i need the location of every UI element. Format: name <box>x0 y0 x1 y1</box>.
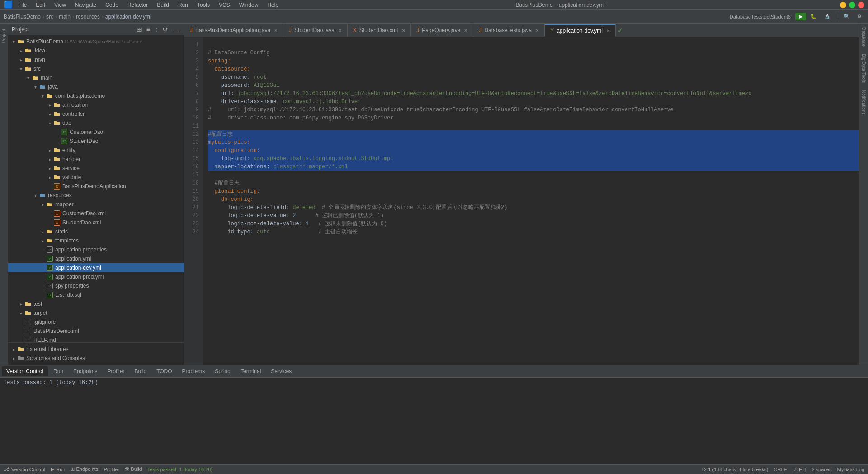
tree-item-BatisPlusDemoApplication[interactable]: CBatisPlusDemoApplication <box>8 182 184 191</box>
tree-item-BatisPlusDemo[interactable]: ▾BatisPlusDemo D:\WebWorkSpace\BatisPlus… <box>8 37 184 46</box>
bottom-tab-endpoints[interactable]: Endpoints <box>69 366 102 376</box>
minimize-button[interactable] <box>840 2 846 8</box>
tree-item-com.batis.plus.demo[interactable]: ▾com.batis.plus.demo <box>8 91 184 100</box>
code-area[interactable]: # DataSource Configspring: datasource: u… <box>203 37 859 365</box>
right-tool-bigdata[interactable]: Big Data Tools <box>860 50 867 86</box>
tree-item-entity[interactable]: ▸entity <box>8 146 184 155</box>
tree-item-target[interactable]: ▸target <box>8 308 184 318</box>
tree-arrow-entity[interactable]: ▸ <box>46 148 53 153</box>
tab-close-StudentDao.java[interactable]: ✕ <box>338 28 342 33</box>
menu-navigate[interactable]: Navigate <box>73 1 98 9</box>
breadcrumb-file[interactable]: application-dev.yml <box>105 14 151 20</box>
menu-window[interactable]: Window <box>237 1 260 9</box>
tree-item-resources[interactable]: ▾resources <box>8 191 184 200</box>
coverage-button[interactable]: 🔬 <box>821 13 833 20</box>
tree-item-test[interactable]: ▸test <box>8 299 184 308</box>
tree-item-controller[interactable]: ▸controller <box>8 109 184 118</box>
menu-refactor[interactable]: Refactor <box>126 1 150 9</box>
menu-help[interactable]: Help <box>265 1 280 9</box>
run-button[interactable]: ▶ <box>795 13 806 20</box>
project-tool-sync[interactable]: ⊞ <box>135 26 143 33</box>
status-endpoints[interactable]: ⊞ Endpoints <box>71 466 98 472</box>
breadcrumb-project[interactable]: BatisPlusDemo <box>4 14 41 20</box>
settings-button[interactable]: ⚙ <box>854 13 864 20</box>
tree-arrow-dao[interactable]: ▾ <box>46 121 53 126</box>
project-tool-sort[interactable]: ↕ <box>153 26 159 33</box>
maximize-button[interactable] <box>849 2 855 8</box>
tree-arrow-mvn[interactable]: ▸ <box>17 57 24 62</box>
tree-item-HELP.md[interactable]: fHELP.md <box>8 336 184 342</box>
tree-item-CustomerDao.xml[interactable]: XCustomerDao.xml <box>8 209 184 218</box>
search-button[interactable]: 🔍 <box>841 13 853 20</box>
tab-close-StudentDao.xml[interactable]: ✕ <box>401 28 405 33</box>
tree-item-application-prod.yml[interactable]: Yapplication-prod.yml <box>8 272 184 281</box>
tree-item-external-libraries[interactable]: ▸ External Libraries <box>8 345 184 354</box>
breadcrumb-src[interactable]: src <box>46 14 53 20</box>
tree-item-handler[interactable]: ▸handler <box>8 155 184 164</box>
tree-arrow-src[interactable]: ▾ <box>17 66 24 71</box>
project-tool-list[interactable]: ≡ <box>145 26 151 33</box>
tree-item-StudentDao.xml[interactable]: XStudentDao.xml <box>8 218 184 227</box>
tree-arrow-handler[interactable]: ▸ <box>46 157 53 162</box>
tree-arrow-com.batis.plus.demo[interactable]: ▾ <box>39 94 46 99</box>
project-tool-settings[interactable]: ⚙ <box>161 26 170 33</box>
tree-item-application.yml[interactable]: Yapplication.yml <box>8 254 184 263</box>
menu-edit[interactable]: Edit <box>34 1 47 9</box>
tree-item-static[interactable]: ▸static <box>8 227 184 236</box>
tree-arrow-BatisPlusDemo[interactable]: ▾ <box>10 39 17 44</box>
bottom-tab-services[interactable]: Services <box>266 366 296 376</box>
menu-run[interactable]: Run <box>176 1 190 9</box>
tree-arrow-target[interactable]: ▸ <box>17 311 24 316</box>
bottom-tab-todo[interactable]: TODO <box>152 366 176 376</box>
tree-item-annotation[interactable]: ▸annotation <box>8 100 184 109</box>
tree-arrow-java[interactable]: ▾ <box>32 85 39 90</box>
menu-build[interactable]: Build <box>155 1 171 9</box>
menu-vcs[interactable]: VCS <box>217 1 232 9</box>
tree-arrow-validate[interactable]: ▸ <box>46 175 53 180</box>
tree-item-service[interactable]: ▸service <box>8 164 184 173</box>
status-build[interactable]: ⚒ Build <box>125 466 142 472</box>
tree-arrow-mapper[interactable]: ▾ <box>39 202 46 207</box>
tree-item-scratches-and-consoles[interactable]: ▸ Scratches and Consoles <box>8 354 184 363</box>
status-position[interactable]: 12:1 (138 chars, 4 line breaks) <box>701 467 769 472</box>
tree-item-idea[interactable]: ▸.idea <box>8 46 184 55</box>
tree-arrow-main[interactable]: ▾ <box>24 76 32 81</box>
bottom-tab-terminal[interactable]: Terminal <box>236 366 265 376</box>
bottom-tab-problems[interactable]: Problems <box>178 366 210 376</box>
tree-item-application.properties[interactable]: Papplication.properties <box>8 245 184 254</box>
tab-StudentDao.xml[interactable]: X StudentDao.xml ✕ <box>348 24 411 37</box>
tree-item-main[interactable]: ▾main <box>8 73 184 82</box>
tab-close-DatabaseTests.java[interactable]: ✕ <box>535 28 539 33</box>
breadcrumb-main[interactable]: main <box>59 14 71 20</box>
status-profiler[interactable]: Profiler <box>104 467 119 472</box>
project-tool-minimize[interactable]: — <box>171 26 180 33</box>
tree-arrow-static[interactable]: ▸ <box>39 229 46 234</box>
bottom-tab-profiler[interactable]: Profiler <box>103 366 129 376</box>
tree-arrow-test[interactable]: ▸ <box>17 302 24 307</box>
tree-item-test_db.sql[interactable]: Stest_db.sql <box>8 290 184 299</box>
tab-application-dev.yml[interactable]: Y application-dev.yml ✕ <box>545 24 616 37</box>
tab-close-PageQuery.java[interactable]: ✕ <box>464 28 467 33</box>
status-run[interactable]: ▶ Run <box>51 466 65 472</box>
tab-StudentDao.java[interactable]: J StudentDao.java ✕ <box>283 24 348 37</box>
status-version-control[interactable]: ⎇ Version Control <box>4 466 45 472</box>
tab-close-application-dev.yml[interactable]: ✕ <box>606 28 610 33</box>
tree-arrow-resources[interactable]: ▾ <box>32 193 39 198</box>
right-tool-database[interactable]: Database <box>860 24 867 50</box>
tree-arrow-annotation[interactable]: ▸ <box>46 103 53 108</box>
status-crlf[interactable]: CRLF <box>774 467 787 472</box>
tree-item-BatisPlusDemo.iml[interactable]: fBatisPlusDemo.iml <box>8 327 184 336</box>
tree-arrow-controller[interactable]: ▸ <box>46 112 53 117</box>
bottom-tab-run[interactable]: Run <box>49 366 68 376</box>
tree-item-validate[interactable]: ▸validate <box>8 173 184 182</box>
tab-close-BatisPlusDemoApplication.java[interactable]: ✕ <box>274 28 278 33</box>
tree-item-StudentDao[interactable]: CStudentDao <box>8 137 184 146</box>
status-plugin[interactable]: MyBatis Log <box>837 467 864 472</box>
menu-tools[interactable]: Tools <box>195 1 212 9</box>
close-button[interactable] <box>858 2 864 8</box>
bottom-tab-version-control[interactable]: Version Control <box>2 366 48 376</box>
tree-item-mvn[interactable]: ▸.mvn <box>8 55 184 64</box>
tab-DatabaseTests.java[interactable]: J DatabaseTests.java ✕ <box>473 24 545 37</box>
tree-item-src[interactable]: ▾src <box>8 64 184 73</box>
bottom-tab-build[interactable]: Build <box>130 366 151 376</box>
